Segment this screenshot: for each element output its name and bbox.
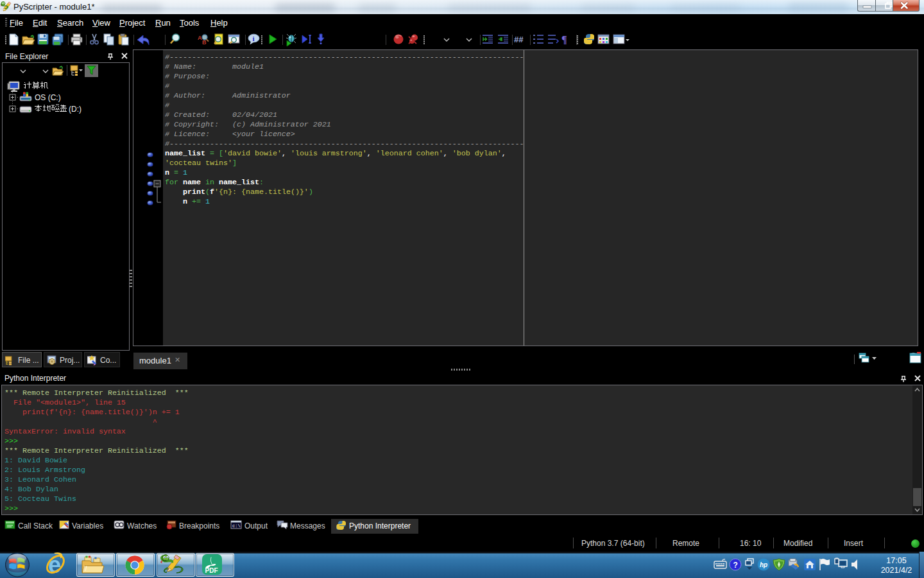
- svg-text:?: ?: [733, 561, 738, 570]
- svg-text:Breakpoints: Breakpoints: [179, 521, 219, 530]
- svg-text:OS (C:): OS (C:): [35, 93, 61, 102]
- svg-text:##: ##: [514, 35, 524, 44]
- svg-text:Watches: Watches: [127, 521, 157, 530]
- svg-text:(D:): (D:): [69, 105, 81, 114]
- svg-text:hp: hp: [760, 561, 767, 568]
- svg-text:PDF: PDF: [205, 567, 218, 574]
- svg-text:i: i: [253, 35, 255, 42]
- svg-text:c:\: c:\: [232, 523, 241, 529]
- svg-text:Output: Output: [244, 521, 268, 530]
- svg-text:A: A: [198, 35, 202, 41]
- svg-text:Call Stack: Call Stack: [18, 521, 53, 530]
- svg-text:Messages: Messages: [290, 521, 325, 530]
- svg-text:¶: ¶: [561, 34, 567, 45]
- svg-text:Variables: Variables: [72, 521, 103, 530]
- svg-text:Python Interpreter: Python Interpreter: [349, 521, 411, 530]
